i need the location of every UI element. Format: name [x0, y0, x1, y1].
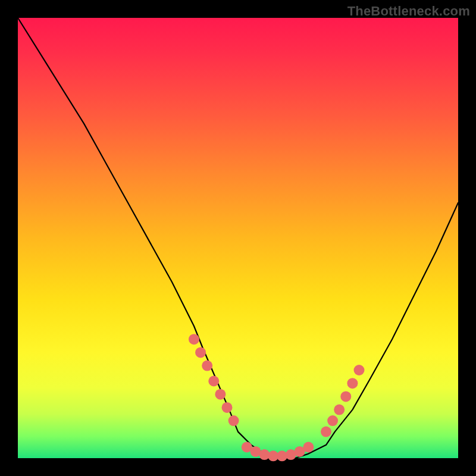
- chart-frame: TheBottleneck.com: [0, 0, 476, 476]
- marker-dot: [208, 376, 219, 387]
- marker-dot: [215, 389, 226, 400]
- marker-dot: [347, 378, 358, 389]
- plot-area: [18, 18, 458, 458]
- marker-dot: [354, 365, 365, 375]
- marker-dot: [228, 415, 239, 426]
- marker-dot: [340, 391, 351, 402]
- marker-group: [189, 334, 365, 461]
- chart-svg: [18, 18, 458, 458]
- watermark-text: TheBottleneck.com: [347, 4, 470, 19]
- marker-dot: [321, 427, 331, 437]
- marker-dot: [303, 442, 314, 453]
- marker-dot: [327, 415, 338, 426]
- bottleneck-curve-line: [18, 18, 458, 458]
- marker-dot: [189, 334, 199, 345]
- marker-dot: [222, 402, 233, 413]
- marker-dot: [202, 361, 212, 371]
- marker-dot: [195, 347, 206, 358]
- marker-dot: [334, 405, 345, 415]
